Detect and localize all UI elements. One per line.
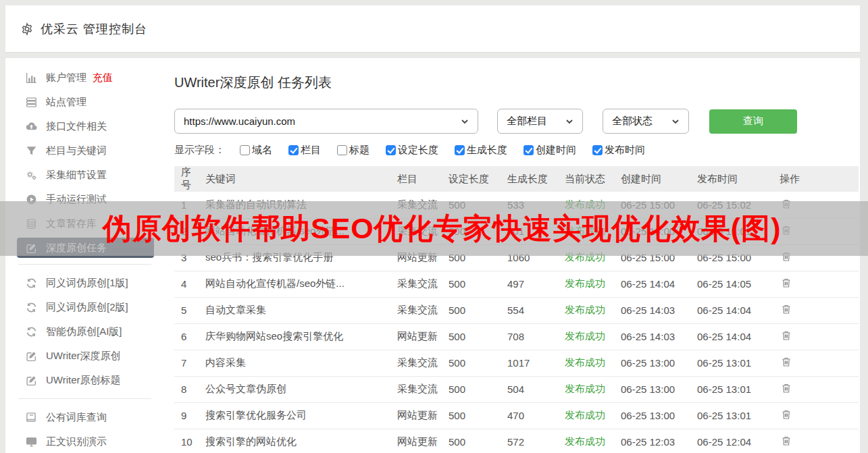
publish-time: 06-25 13:01 (692, 350, 774, 376)
field-checkbox[interactable]: 发布时间 (592, 144, 645, 157)
field-checkbox-label: 设定长度 (398, 144, 438, 157)
publish-time: 06-25 13:01 (692, 376, 774, 402)
publish-time: 06-25 14:05 (692, 271, 774, 297)
field-checkbox[interactable]: 设定长度 (386, 144, 438, 157)
action-cell (774, 350, 859, 376)
field-checkbox-label: 生成长度 (467, 144, 507, 157)
keyword: 自动文章采集 (200, 297, 392, 323)
sidebar-item[interactable]: 同义词伪原创[1版] (17, 271, 154, 295)
site-select-value: https://www.ucaiyun.com (184, 115, 295, 127)
gen-length: 572 (502, 429, 559, 453)
set-length: 500 (443, 429, 502, 453)
row-index: 6 (174, 323, 200, 350)
site-select[interactable]: https://www.ucaiyun.com (174, 109, 478, 134)
field-checkbox-list: 域名栏目标题设定长度生成长度创建时间发布时间 (240, 144, 661, 157)
sidebar-item[interactable]: 正文识别演示 (17, 429, 154, 453)
field-checkbox[interactable]: 生成长度 (455, 144, 507, 157)
table-header-cell: 序号 (174, 166, 200, 192)
gen-length: 497 (502, 271, 559, 297)
field-checkbox[interactable]: 域名 (240, 144, 272, 157)
sidebar-item[interactable]: 同义词伪原创[2版] (17, 295, 154, 319)
sidebar-item[interactable]: 采集细节设置 (17, 163, 154, 187)
set-length: 500 (443, 350, 502, 376)
table-header-cell: 设定长度 (443, 166, 502, 192)
row-index: 8 (174, 376, 200, 402)
sidebar-item-label: 账户管理 (46, 72, 86, 84)
sidebar-item[interactable]: 公有词库查询 (17, 405, 154, 429)
delete-button[interactable] (780, 276, 793, 292)
checkbox-checked-icon[interactable] (592, 145, 603, 155)
delete-button[interactable] (780, 434, 793, 450)
keyword: 公众号文章伪原创 (200, 376, 392, 402)
delete-button[interactable] (780, 302, 793, 318)
action-cell (774, 271, 859, 297)
recharge-badge[interactable]: 充值 (93, 72, 113, 84)
publish-time: 06-25 14:04 (692, 323, 774, 350)
delete-button[interactable] (780, 381, 793, 397)
field-checkbox[interactable]: 创建时间 (524, 144, 576, 157)
status: 发布成功 (559, 376, 615, 402)
table-row: 9搜索引擎优化服务公司网站更新500470发布成功06-25 13:0006-2… (174, 402, 859, 429)
status-select[interactable]: 全部状态 (603, 109, 689, 134)
checkbox-checked-icon[interactable] (288, 145, 299, 155)
search-button[interactable]: 查询 (709, 109, 797, 134)
sidebar-item[interactable]: 账户管理充值 (17, 65, 154, 90)
row-index: 5 (174, 297, 200, 323)
keyword: 搜索引擎优化服务公司 (200, 402, 392, 429)
sidebar-divider (18, 398, 151, 399)
checkbox-checked-icon[interactable] (455, 145, 465, 155)
action-cell (774, 429, 859, 453)
delete-button[interactable] (780, 408, 793, 423)
set-length: 500 (443, 271, 502, 297)
sidebar-item[interactable]: 栏目与关键词 (17, 138, 154, 163)
display-fields-label: 显示字段： (174, 144, 225, 157)
table-header-cell: 关键词 (200, 166, 392, 192)
table-row: 10搜索引擎的网站优化网站更新500572发布成功06-25 12:0306-2… (174, 429, 859, 453)
delete-button[interactable] (780, 329, 793, 344)
edit-icon (26, 375, 37, 386)
trash-icon (781, 356, 792, 367)
set-length: 500 (443, 376, 502, 402)
column-select[interactable]: 全部栏目 (497, 109, 583, 134)
status: 发布成功 (559, 350, 615, 376)
field-checkbox-label: 发布时间 (605, 144, 645, 157)
edit-icon (26, 350, 37, 362)
status: 发布成功 (559, 271, 615, 297)
create-time: 06-25 13:00 (615, 350, 692, 376)
chevron-down-icon (671, 117, 680, 126)
page: 优采云 管理控制台 账户管理充值站点管理接口文件相关栏目与关键词采集细节设置手动… (0, 0, 868, 453)
status: 发布成功 (559, 297, 615, 323)
sidebar-item-label: 栏目与关键词 (46, 144, 107, 157)
sidebar-item[interactable]: UWriter深度原创 (17, 344, 154, 368)
action-cell (774, 402, 859, 429)
field-checkbox[interactable]: 栏目 (288, 144, 321, 157)
column: 网站更新 (392, 323, 443, 350)
checkbox-checked-icon[interactable] (524, 145, 534, 155)
sidebar-item-label: 同义词伪原创[1版] (46, 277, 128, 290)
sidebar-item-label: 智能伪原创[AI版] (46, 325, 122, 338)
set-length: 500 (443, 297, 502, 323)
bar-chart-icon (26, 72, 37, 84)
table-header-cell: 当前状态 (559, 166, 615, 192)
column: 采集交流 (392, 271, 443, 297)
sidebar-item[interactable]: 接口文件相关 (17, 114, 154, 138)
field-checkbox[interactable]: 标题 (337, 144, 369, 157)
checkbox-unchecked-icon[interactable] (337, 145, 347, 155)
gen-length: 504 (502, 376, 559, 402)
gen-length: 470 (502, 402, 559, 429)
create-time: 06-25 14:03 (615, 297, 692, 323)
sidebar-item[interactable]: UWriter原创标题 (17, 368, 154, 392)
delete-button[interactable] (780, 355, 793, 371)
sidebar-item[interactable]: 站点管理 (17, 90, 154, 114)
sidebar-item[interactable]: 智能伪原创[AI版] (17, 319, 154, 344)
display-fields-row: 显示字段： 域名栏目标题设定长度生成长度创建时间发布时间 (174, 144, 860, 157)
publish-time: 06-25 12:04 (692, 429, 774, 453)
sidebar-item-label: 站点管理 (46, 96, 86, 109)
create-time: 06-25 12:03 (615, 429, 692, 453)
trash-icon (781, 330, 792, 341)
refresh-icon (26, 302, 37, 313)
row-index: 10 (174, 429, 200, 453)
table-row: 8公众号文章伪原创采集交流500504发布成功06-25 13:0006-25 … (174, 376, 859, 402)
checkbox-unchecked-icon[interactable] (240, 145, 250, 155)
checkbox-checked-icon[interactable] (386, 145, 396, 155)
